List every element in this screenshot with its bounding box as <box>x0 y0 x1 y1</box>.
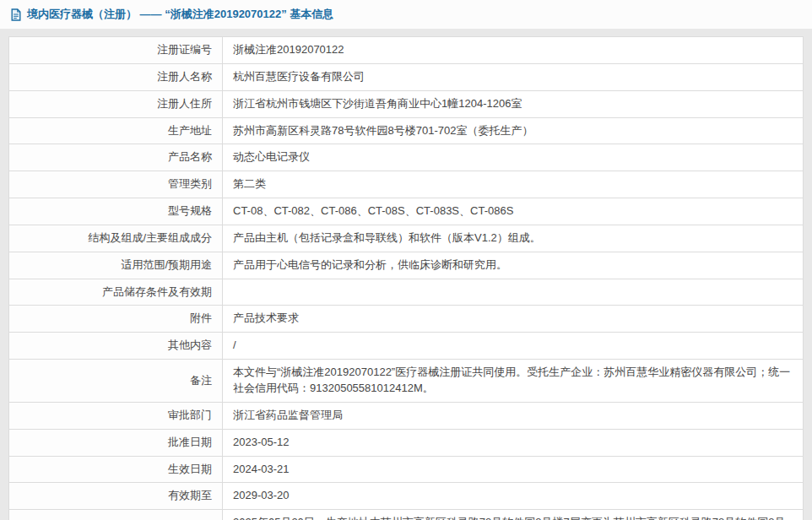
row-value: 杭州百慧医疗设备有限公司 <box>223 63 804 90</box>
row-label: 型号规格 <box>9 198 223 225</box>
row-value: 2025年05月20日：生产地址由苏州市高新区科灵路78号软件园8号楼7层变更为… <box>223 510 804 520</box>
page: 境内医疗器械（注册） —— “浙械注准20192070122” 基本信息 注册证… <box>0 0 812 520</box>
row-label: 适用范围/预期用途 <box>9 252 223 279</box>
table-row: 适用范围/预期用途 产品用于心电信号的记录和分析，供临床诊断和研究用。 <box>9 252 804 279</box>
row-value: 动态心电记录仪 <box>223 144 804 171</box>
table-row: 产品储存条件及有效期 <box>9 279 804 306</box>
row-value: 本文件与“浙械注准20192070122”医疗器械注册证共同使用。受托生产企业：… <box>223 360 804 403</box>
table-row: 产品名称 动态心电记录仪 <box>9 144 804 171</box>
row-value: 2024-03-21 <box>223 456 804 483</box>
info-table: 注册证编号 浙械注准20192070122 注册人名称 杭州百慧医疗设备有限公司… <box>8 36 804 520</box>
row-value: / <box>223 333 804 360</box>
row-label: 产品名称 <box>9 144 223 171</box>
row-value <box>223 279 804 306</box>
row-label: 备注 <box>9 360 223 403</box>
table-row: 注册证编号 浙械注准20192070122 <box>9 37 804 64</box>
table-row: 结构及组成/主要组成成分 产品由主机（包括记录盒和导联线）和软件（版本V1.2）… <box>9 225 804 252</box>
row-value: 产品由主机（包括记录盒和导联线）和软件（版本V1.2）组成。 <box>223 225 804 252</box>
row-label: 有效期至 <box>9 483 223 510</box>
page-title: 境内医疗器械（注册） —— “浙械注准20192070122” 基本信息 <box>27 7 333 22</box>
table-row: 管理类别 第二类 <box>9 171 804 198</box>
row-label: 管理类别 <box>9 171 223 198</box>
table-row: 批准日期 2023-05-12 <box>9 429 804 456</box>
table-row: 注册人名称 杭州百慧医疗设备有限公司 <box>9 63 804 90</box>
table-row: 审批部门 浙江省药品监督管理局 <box>9 402 804 429</box>
row-value: 浙江省药品监督管理局 <box>223 402 804 429</box>
row-label: 产品储存条件及有效期 <box>9 279 223 306</box>
row-value: 产品技术要求 <box>223 306 804 333</box>
table-row: 注册人住所 浙江省杭州市钱塘区下沙街道吾角商业中心1幢1204-1206室 <box>9 90 804 117</box>
row-label: 注册人名称 <box>9 63 223 90</box>
row-label: 结构及组成/主要组成成分 <box>9 225 223 252</box>
row-label: 注册证编号 <box>9 37 223 64</box>
row-label: 附件 <box>9 306 223 333</box>
table-row: 附件 产品技术要求 <box>9 306 804 333</box>
table-row: 有效期至 2029-03-20 <box>9 483 804 510</box>
table-row: 型号规格 CT-08、CT-082、CT-086、CT-08S、CT-083S、… <box>9 198 804 225</box>
table-row: 备注 本文件与“浙械注准20192070122”医疗器械注册证共同使用。受托生产… <box>9 360 804 403</box>
row-label: 生效日期 <box>9 456 223 483</box>
table-row: 其他内容 / <box>9 333 804 360</box>
row-value: 浙械注准20192070122 <box>223 37 804 64</box>
row-value: 浙江省杭州市钱塘区下沙街道吾角商业中心1幢1204-1206室 <box>223 90 804 117</box>
row-value: CT-08、CT-082、CT-086、CT-08S、CT-083S、CT-08… <box>223 198 804 225</box>
row-value: 苏州市高新区科灵路78号软件园8号楼701-702室（委托生产） <box>223 117 804 144</box>
table-row: 生效日期 2024-03-21 <box>9 456 804 483</box>
table-row: 变更情况 2025年05月20日：生产地址由苏州市高新区科灵路78号软件园8号楼… <box>9 510 804 520</box>
row-value: 2029-03-20 <box>223 483 804 510</box>
row-label: 其他内容 <box>9 333 223 360</box>
row-label: 变更情况 <box>9 510 223 520</box>
document-icon <box>10 8 22 21</box>
row-label: 生产地址 <box>9 117 223 144</box>
row-value: 第二类 <box>223 171 804 198</box>
row-label: 审批部门 <box>9 402 223 429</box>
row-label: 注册人住所 <box>9 90 223 117</box>
row-value: 2023-05-12 <box>223 429 804 456</box>
row-value: 产品用于心电信号的记录和分析，供临床诊断和研究用。 <box>223 252 804 279</box>
page-header: 境内医疗器械（注册） —— “浙械注准20192070122” 基本信息 <box>0 0 812 29</box>
row-label: 批准日期 <box>9 429 223 456</box>
table-row: 生产地址 苏州市高新区科灵路78号软件园8号楼701-702室（委托生产） <box>9 117 804 144</box>
